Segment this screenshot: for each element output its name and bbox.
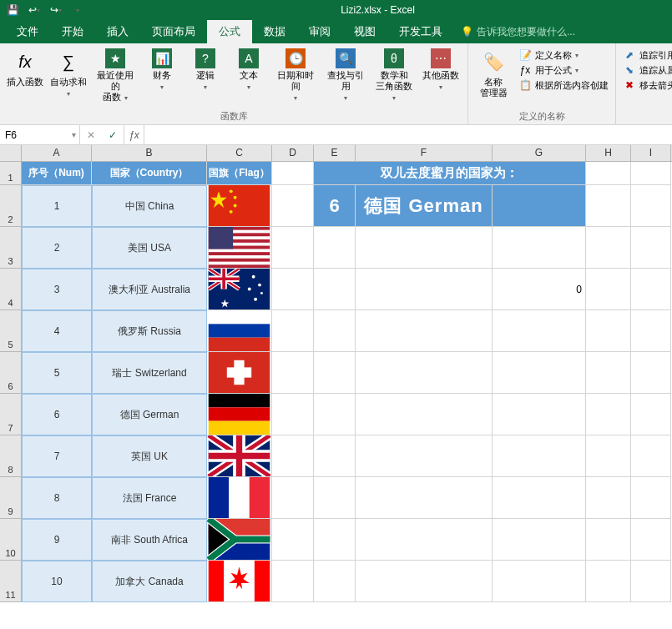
- financial-button[interactable]: 📊 财务▾: [142, 47, 182, 94]
- tab-home[interactable]: 开始: [50, 20, 95, 43]
- autosum-button[interactable]: ∑ 自动求和▾: [48, 47, 88, 101]
- col-header-D[interactable]: D: [272, 145, 314, 161]
- cell[interactable]: [272, 352, 314, 394]
- cell[interactable]: [356, 477, 493, 519]
- result-number-cell[interactable]: 6: [314, 185, 356, 227]
- cell-flag[interactable]: [207, 477, 272, 519]
- fx-icon[interactable]: ƒx: [124, 125, 144, 144]
- cell[interactable]: [493, 561, 586, 602]
- cell[interactable]: [314, 519, 356, 561]
- cell[interactable]: [586, 394, 631, 435]
- cell-num[interactable]: 2: [22, 227, 92, 269]
- row-header-5[interactable]: 5: [0, 310, 22, 352]
- save-button[interactable]: 💾: [3, 2, 22, 18]
- table-header-num[interactable]: 序号（Num): [22, 162, 92, 185]
- cell[interactable]: [586, 561, 631, 602]
- cell[interactable]: [314, 477, 356, 519]
- select-all-corner[interactable]: [0, 145, 22, 161]
- use-in-formula-button[interactable]: ƒx用于公式 ▾: [518, 63, 609, 77]
- cell-num[interactable]: 9: [22, 519, 92, 561]
- undo-button[interactable]: ↩▾: [25, 2, 43, 18]
- cell-num[interactable]: 6: [22, 394, 92, 435]
- col-header-I[interactable]: I: [631, 145, 671, 161]
- redo-button[interactable]: ↪▾: [47, 2, 65, 18]
- col-header-E[interactable]: E: [314, 145, 356, 161]
- recent-functions-button[interactable]: ★ 最近使用的 函数 ▾: [92, 47, 139, 105]
- col-header-G[interactable]: G: [493, 145, 586, 161]
- col-header-H[interactable]: H: [586, 145, 631, 161]
- cell[interactable]: [493, 394, 586, 435]
- worksheet-grid[interactable]: A B C D E F G H I 1 序号（Num) 国家（Country） …: [0, 145, 672, 602]
- cell-flag[interactable]: [207, 561, 272, 602]
- col-header-A[interactable]: A: [22, 145, 92, 161]
- tab-developer[interactable]: 开发工具: [387, 20, 454, 43]
- cell[interactable]: [493, 519, 586, 561]
- formula-cancel-button[interactable]: ✕: [80, 129, 102, 141]
- cell[interactable]: [631, 561, 671, 602]
- cell[interactable]: [272, 435, 314, 477]
- cell[interactable]: [272, 394, 314, 435]
- cell-country[interactable]: 英国 UK: [92, 435, 207, 477]
- cell[interactable]: [631, 227, 671, 269]
- cell[interactable]: [272, 269, 314, 310]
- cell[interactable]: [586, 185, 631, 227]
- cell[interactable]: [631, 519, 671, 561]
- cell[interactable]: [314, 561, 356, 602]
- cell[interactable]: [356, 435, 493, 477]
- cell-G4[interactable]: 0: [493, 269, 586, 310]
- row-header-6[interactable]: 6: [0, 352, 22, 394]
- trace-dependents-button[interactable]: ⬊追踪从属: [623, 63, 672, 77]
- cell[interactable]: [631, 394, 671, 435]
- cell[interactable]: [493, 435, 586, 477]
- cell-flag[interactable]: [207, 519, 272, 561]
- table-header-flag[interactable]: 国旗（Flag）: [207, 162, 272, 185]
- cell[interactable]: [314, 227, 356, 269]
- cell[interactable]: [586, 227, 631, 269]
- cell[interactable]: [586, 162, 631, 185]
- banner-cell[interactable]: 双儿去度蜜月的国家为：: [314, 162, 586, 185]
- row-header-11[interactable]: 11: [0, 561, 22, 602]
- row-header-2[interactable]: 2: [0, 185, 22, 227]
- cell-flag[interactable]: [207, 394, 272, 435]
- cell[interactable]: [356, 269, 493, 310]
- cell-country[interactable]: 瑞士 Switzerland: [92, 352, 207, 394]
- cell[interactable]: [631, 310, 671, 352]
- cell[interactable]: [272, 162, 314, 185]
- remove-arrows-button[interactable]: ✖移去箭头: [623, 78, 672, 92]
- cell[interactable]: [356, 561, 493, 602]
- define-name-button[interactable]: 📝定义名称 ▾: [518, 48, 609, 62]
- cell[interactable]: [493, 227, 586, 269]
- lookup-button[interactable]: 🔍 查找与引用▾: [322, 47, 369, 105]
- cell-country[interactable]: 南非 South Africa: [92, 519, 207, 561]
- cell[interactable]: [314, 352, 356, 394]
- cell[interactable]: [493, 477, 586, 519]
- cell[interactable]: [272, 519, 314, 561]
- row-header-4[interactable]: 4: [0, 269, 22, 310]
- cell[interactable]: [272, 561, 314, 602]
- logical-button[interactable]: ? 逻辑▾: [185, 47, 225, 94]
- tab-review[interactable]: 审阅: [297, 20, 342, 43]
- cell[interactable]: [272, 185, 314, 227]
- cell[interactable]: [272, 227, 314, 269]
- col-header-B[interactable]: B: [92, 145, 207, 161]
- cell-country[interactable]: 美国 USA: [92, 227, 207, 269]
- tab-view[interactable]: 视图: [342, 20, 387, 43]
- tell-me-search[interactable]: 💡告诉我您想要做什么...: [454, 20, 582, 43]
- cell-flag[interactable]: [207, 185, 272, 227]
- cell-num[interactable]: 7: [22, 435, 92, 477]
- insert-function-button[interactable]: fx 插入函数: [5, 47, 45, 89]
- cell[interactable]: [586, 269, 631, 310]
- cell-num[interactable]: 10: [22, 561, 92, 602]
- cell[interactable]: [586, 477, 631, 519]
- cell-flag[interactable]: [207, 352, 272, 394]
- cell-num[interactable]: 8: [22, 477, 92, 519]
- result-flag-cell[interactable]: [493, 185, 586, 227]
- cell[interactable]: [631, 185, 671, 227]
- row-header-8[interactable]: 8: [0, 435, 22, 477]
- table-header-country[interactable]: 国家（Country）: [92, 162, 207, 185]
- cell[interactable]: [356, 352, 493, 394]
- cell[interactable]: [314, 435, 356, 477]
- cell[interactable]: [631, 435, 671, 477]
- name-manager-button[interactable]: 🏷️ 名称 管理器: [473, 47, 513, 100]
- cell-country[interactable]: 法国 France: [92, 477, 207, 519]
